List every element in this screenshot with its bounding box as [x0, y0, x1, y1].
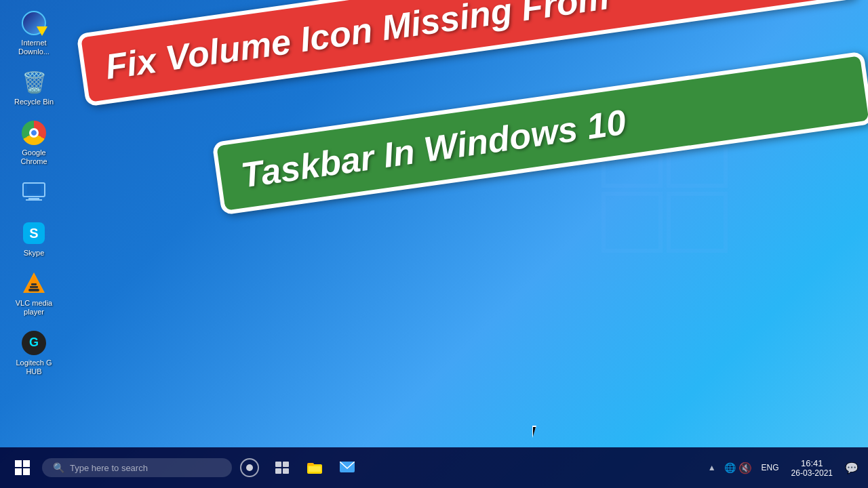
- clock-date: 26-03-2021: [791, 468, 833, 478]
- svg-rect-2: [604, 194, 660, 251]
- tray-icons: 🌐 🔇: [720, 459, 756, 477]
- idm-icon: [20, 9, 47, 37]
- network-tray-icon[interactable]: 🌐: [724, 462, 736, 473]
- svg-rect-1: [669, 129, 726, 186]
- svg-rect-21: [275, 468, 281, 474]
- svg-rect-20: [283, 462, 289, 467]
- desktop: Internet Downlo... 🗑️ Recycle Bin Google…: [0, 0, 868, 447]
- svg-rect-3: [669, 194, 726, 251]
- svg-rect-18: [23, 468, 30, 475]
- search-input[interactable]: [70, 463, 221, 473]
- svg-rect-7: [26, 199, 42, 201]
- start-button[interactable]: [5, 451, 39, 485]
- banner-red: Fix Volume Icon Missing From: [76, 0, 859, 106]
- language-indicator[interactable]: ENG: [757, 460, 783, 475]
- desktop-icon-chrome[interactable]: Google Chrome: [7, 117, 61, 169]
- clock-area[interactable]: 16:41 26-03-2021: [785, 455, 840, 481]
- svg-rect-16: [23, 460, 30, 467]
- recycle-bin-icon: 🗑️: [20, 68, 47, 96]
- chrome-label: Google Chrome: [9, 148, 58, 166]
- skype-label: Skype: [24, 249, 45, 258]
- vlc-icon: [20, 270, 47, 297]
- svg-rect-13: [30, 286, 38, 288]
- cortana-button[interactable]: [235, 453, 264, 483]
- chrome-icon: [20, 119, 47, 146]
- windows-watermark: [597, 122, 732, 258]
- mail-button[interactable]: [332, 453, 362, 483]
- logitech-icon: G: [20, 329, 47, 357]
- banner-green-text: Taskbar In Windows 10: [239, 102, 629, 195]
- system-tray: ▲ 🌐 🔇 ENG 16:41 26-03-2021 💬: [705, 455, 863, 481]
- file-explorer-icon: [307, 461, 322, 474]
- svg-rect-14: [31, 283, 37, 285]
- tray-expand-button[interactable]: ▲: [705, 460, 719, 475]
- svg-rect-15: [15, 460, 22, 467]
- svg-rect-25: [309, 466, 321, 472]
- svg-rect-0: [604, 129, 660, 186]
- svg-rect-19: [275, 462, 281, 467]
- desktop-icon-skype[interactable]: S Skype: [7, 217, 61, 260]
- idm-label: Internet Downlo...: [9, 39, 58, 56]
- banner-green: Taskbar In Windows 10: [212, 52, 868, 216]
- clock-time: 16:41: [801, 458, 823, 468]
- recycle-bin-label: Recycle Bin: [14, 98, 54, 106]
- svg-rect-12: [28, 289, 39, 291]
- mouse-cursor: [532, 426, 540, 439]
- desktop-icons-container: Internet Downlo... 🗑️ Recycle Bin Google…: [0, 0, 68, 386]
- search-icon: 🔍: [53, 462, 64, 473]
- mail-icon: [340, 462, 355, 474]
- skype-icon: S: [20, 220, 47, 247]
- notification-center-button[interactable]: 💬: [841, 458, 863, 479]
- vlc-label: VLC media player: [9, 299, 58, 317]
- volume-tray-area[interactable]: 🔇: [738, 462, 752, 474]
- taskview-button[interactable]: [267, 453, 297, 483]
- search-bar[interactable]: 🔍: [42, 458, 232, 477]
- svg-rect-5: [27, 184, 41, 194]
- banner-red-text: Fix Volume Icon Missing From: [103, 0, 612, 87]
- desktop-icon-recycle-bin[interactable]: 🗑️ Recycle Bin: [7, 66, 61, 109]
- desktop-icon-idm[interactable]: Internet Downlo...: [7, 7, 61, 59]
- taskbar: 🔍 ▲ 🌐: [0, 447, 868, 488]
- file-explorer-button[interactable]: [300, 453, 330, 483]
- taskview-icon: [275, 462, 289, 474]
- svg-rect-22: [283, 468, 289, 474]
- svg-rect-17: [15, 468, 22, 475]
- logitech-label: Logitech G HUB: [9, 359, 58, 376]
- desktop-icon-logitech[interactable]: G Logitech G HUB: [7, 327, 61, 379]
- overlay-container: Fix Volume Icon Missing From Taskbar In …: [68, 20, 854, 359]
- svg-text:S: S: [29, 226, 38, 241]
- svg-rect-24: [307, 463, 314, 466]
- desktop-icon-my-computer[interactable]: [7, 176, 61, 210]
- desktop-icon-vlc[interactable]: VLC media player: [7, 267, 61, 319]
- cortana-icon: [240, 458, 259, 477]
- computer-icon: [20, 178, 47, 205]
- svg-rect-6: [28, 198, 39, 199]
